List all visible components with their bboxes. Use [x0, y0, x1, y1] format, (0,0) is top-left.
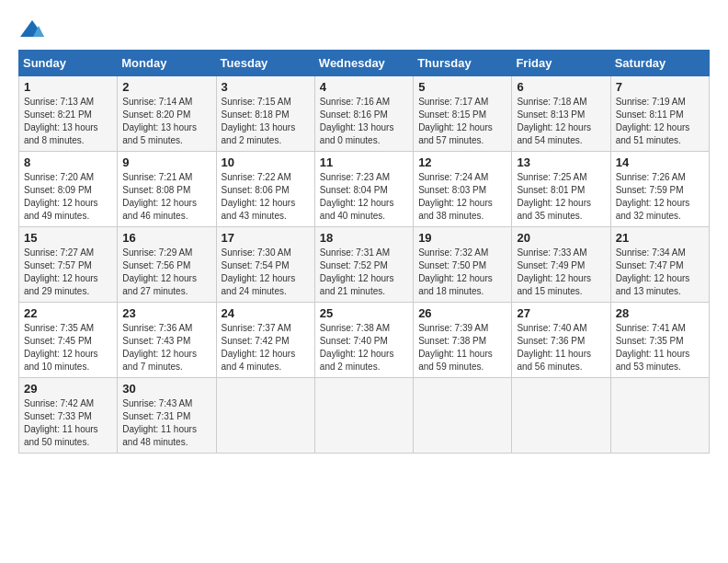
day-info: Sunrise: 7:24 AMSunset: 8:03 PMDaylight:…	[418, 171, 506, 223]
day-info: Sunrise: 7:35 AMSunset: 7:45 PMDaylight:…	[24, 322, 112, 373]
calendar-day-cell: 7Sunrise: 7:19 AMSunset: 8:11 PMDaylight…	[610, 76, 709, 152]
page-header	[18, 18, 710, 40]
day-info: Sunrise: 7:21 AMSunset: 8:08 PMDaylight:…	[122, 171, 210, 223]
day-info: Sunrise: 7:37 AMSunset: 7:42 PMDaylight:…	[222, 322, 310, 373]
day-info: Sunrise: 7:29 AMSunset: 7:56 PMDaylight:…	[122, 247, 210, 298]
day-number: 5	[418, 80, 506, 94]
day-number: 13	[517, 155, 605, 169]
calendar-day-cell: 25Sunrise: 7:38 AMSunset: 7:40 PMDayligh…	[314, 303, 413, 378]
day-info: Sunrise: 7:20 AMSunset: 8:09 PMDaylight:…	[24, 171, 112, 223]
day-header-tuesday: Tuesday	[216, 51, 314, 76]
calendar-empty-cell	[216, 378, 314, 454]
day-info: Sunrise: 7:25 AMSunset: 8:01 PMDaylight:…	[517, 171, 605, 223]
day-number: 27	[517, 306, 605, 320]
day-number: 7	[616, 80, 704, 94]
day-info: Sunrise: 7:27 AMSunset: 7:57 PMDaylight:…	[24, 247, 112, 298]
day-number: 1	[24, 80, 112, 94]
calendar-day-cell: 22Sunrise: 7:35 AMSunset: 7:45 PMDayligh…	[19, 303, 118, 378]
day-header-sunday: Sunday	[19, 51, 118, 76]
calendar-week-row: 29Sunrise: 7:42 AMSunset: 7:33 PMDayligh…	[19, 378, 710, 454]
calendar-day-cell: 18Sunrise: 7:31 AMSunset: 7:52 PMDayligh…	[314, 227, 413, 303]
logo	[18, 18, 50, 40]
calendar-day-cell: 10Sunrise: 7:22 AMSunset: 8:06 PMDayligh…	[216, 152, 314, 227]
calendar-day-cell: 23Sunrise: 7:36 AMSunset: 7:43 PMDayligh…	[118, 303, 216, 378]
day-number: 24	[222, 306, 310, 320]
calendar-week-row: 22Sunrise: 7:35 AMSunset: 7:45 PMDayligh…	[19, 303, 710, 378]
day-number: 9	[122, 155, 210, 169]
day-info: Sunrise: 7:13 AMSunset: 8:21 PMDaylight:…	[24, 96, 112, 147]
calendar-day-cell: 27Sunrise: 7:40 AMSunset: 7:36 PMDayligh…	[512, 303, 610, 378]
day-number: 11	[320, 155, 408, 169]
day-number: 20	[517, 231, 605, 245]
calendar-empty-cell	[512, 378, 610, 454]
day-info: Sunrise: 7:36 AMSunset: 7:43 PMDaylight:…	[122, 322, 210, 373]
day-info: Sunrise: 7:33 AMSunset: 7:49 PMDaylight:…	[517, 247, 605, 298]
day-header-wednesday: Wednesday	[314, 51, 413, 76]
calendar-header-row: SundayMondayTuesdayWednesdayThursdayFrid…	[19, 51, 710, 76]
day-number: 14	[616, 155, 704, 169]
calendar-week-row: 15Sunrise: 7:27 AMSunset: 7:57 PMDayligh…	[19, 227, 710, 303]
calendar-day-cell: 1Sunrise: 7:13 AMSunset: 8:21 PMDaylight…	[19, 76, 118, 152]
day-header-saturday: Saturday	[610, 51, 709, 76]
day-info: Sunrise: 7:16 AMSunset: 8:16 PMDaylight:…	[320, 96, 408, 147]
day-number: 21	[616, 231, 704, 245]
calendar-day-cell: 4Sunrise: 7:16 AMSunset: 8:16 PMDaylight…	[314, 76, 413, 152]
day-info: Sunrise: 7:39 AMSunset: 7:38 PMDaylight:…	[418, 322, 506, 373]
day-info: Sunrise: 7:40 AMSunset: 7:36 PMDaylight:…	[517, 322, 605, 373]
calendar-day-cell: 21Sunrise: 7:34 AMSunset: 7:47 PMDayligh…	[610, 227, 709, 303]
logo-icon	[18, 18, 46, 40]
day-info: Sunrise: 7:34 AMSunset: 7:47 PMDaylight:…	[616, 247, 704, 298]
day-number: 6	[517, 80, 605, 94]
day-number: 16	[122, 231, 210, 245]
calendar-day-cell: 8Sunrise: 7:20 AMSunset: 8:09 PMDaylight…	[19, 152, 118, 227]
calendar-table: SundayMondayTuesdayWednesdayThursdayFrid…	[18, 50, 710, 454]
calendar-week-row: 1Sunrise: 7:13 AMSunset: 8:21 PMDaylight…	[19, 76, 710, 152]
calendar-empty-cell	[610, 378, 709, 454]
day-number: 3	[222, 80, 310, 94]
calendar-day-cell: 2Sunrise: 7:14 AMSunset: 8:20 PMDaylight…	[118, 76, 216, 152]
day-number: 26	[418, 306, 506, 320]
calendar-day-cell: 19Sunrise: 7:32 AMSunset: 7:50 PMDayligh…	[414, 227, 512, 303]
day-info: Sunrise: 7:22 AMSunset: 8:06 PMDaylight:…	[222, 171, 310, 223]
calendar-day-cell: 29Sunrise: 7:42 AMSunset: 7:33 PMDayligh…	[19, 378, 118, 454]
calendar-week-row: 8Sunrise: 7:20 AMSunset: 8:09 PMDaylight…	[19, 152, 710, 227]
calendar-day-cell: 20Sunrise: 7:33 AMSunset: 7:49 PMDayligh…	[512, 227, 610, 303]
day-info: Sunrise: 7:26 AMSunset: 7:59 PMDaylight:…	[616, 171, 704, 223]
calendar-day-cell: 14Sunrise: 7:26 AMSunset: 7:59 PMDayligh…	[610, 152, 709, 227]
day-number: 28	[616, 306, 704, 320]
calendar-day-cell: 26Sunrise: 7:39 AMSunset: 7:38 PMDayligh…	[414, 303, 512, 378]
day-info: Sunrise: 7:42 AMSunset: 7:33 PMDaylight:…	[24, 397, 112, 449]
day-number: 10	[222, 155, 310, 169]
day-number: 8	[24, 155, 112, 169]
day-number: 12	[418, 155, 506, 169]
day-number: 30	[122, 382, 210, 396]
calendar-day-cell: 11Sunrise: 7:23 AMSunset: 8:04 PMDayligh…	[314, 152, 413, 227]
calendar-day-cell: 16Sunrise: 7:29 AMSunset: 7:56 PMDayligh…	[118, 227, 216, 303]
calendar-day-cell: 5Sunrise: 7:17 AMSunset: 8:15 PMDaylight…	[414, 76, 512, 152]
day-number: 22	[24, 306, 112, 320]
day-header-thursday: Thursday	[414, 51, 512, 76]
day-info: Sunrise: 7:19 AMSunset: 8:11 PMDaylight:…	[616, 96, 704, 147]
day-info: Sunrise: 7:41 AMSunset: 7:35 PMDaylight:…	[616, 322, 704, 373]
calendar-day-cell: 24Sunrise: 7:37 AMSunset: 7:42 PMDayligh…	[216, 303, 314, 378]
day-header-monday: Monday	[118, 51, 216, 76]
day-number: 23	[122, 306, 210, 320]
day-number: 2	[122, 80, 210, 94]
calendar-day-cell: 9Sunrise: 7:21 AMSunset: 8:08 PMDaylight…	[118, 152, 216, 227]
day-number: 18	[320, 231, 408, 245]
day-info: Sunrise: 7:18 AMSunset: 8:13 PMDaylight:…	[517, 96, 605, 147]
day-header-friday: Friday	[512, 51, 610, 76]
calendar-empty-cell	[414, 378, 512, 454]
day-number: 15	[24, 231, 112, 245]
day-info: Sunrise: 7:38 AMSunset: 7:40 PMDaylight:…	[320, 322, 408, 373]
day-info: Sunrise: 7:30 AMSunset: 7:54 PMDaylight:…	[222, 247, 310, 298]
calendar-empty-cell	[314, 378, 413, 454]
calendar-day-cell: 12Sunrise: 7:24 AMSunset: 8:03 PMDayligh…	[414, 152, 512, 227]
calendar-day-cell: 28Sunrise: 7:41 AMSunset: 7:35 PMDayligh…	[610, 303, 709, 378]
calendar-day-cell: 13Sunrise: 7:25 AMSunset: 8:01 PMDayligh…	[512, 152, 610, 227]
day-info: Sunrise: 7:23 AMSunset: 8:04 PMDaylight:…	[320, 171, 408, 223]
day-info: Sunrise: 7:14 AMSunset: 8:20 PMDaylight:…	[122, 96, 210, 147]
calendar-body: 1Sunrise: 7:13 AMSunset: 8:21 PMDaylight…	[19, 76, 710, 454]
day-number: 19	[418, 231, 506, 245]
calendar-day-cell: 17Sunrise: 7:30 AMSunset: 7:54 PMDayligh…	[216, 227, 314, 303]
